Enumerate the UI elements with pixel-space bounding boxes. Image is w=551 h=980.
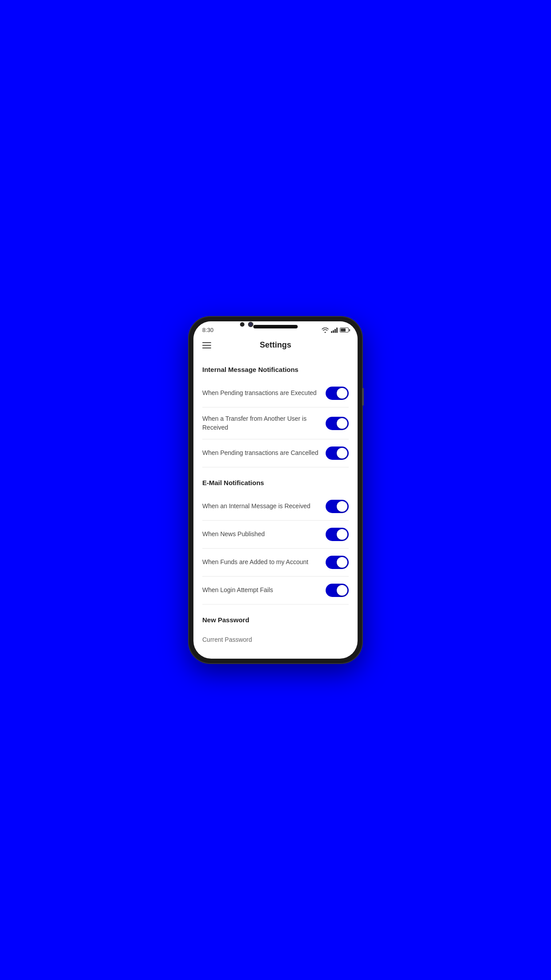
phone-screen: 8:30 [193, 321, 358, 659]
toggle-login-attempt[interactable] [326, 584, 349, 597]
item-label-funds-added: When Funds are Added to my Account [202, 558, 326, 567]
page-title: Settings [211, 340, 340, 350]
content-area: Internal Message Notifications When Pend… [193, 357, 358, 659]
list-item: When a Transfer from Another User is Rec… [202, 407, 349, 439]
list-item: When Login Attempt Fails [202, 577, 349, 605]
phone-frame: 8:30 [189, 317, 362, 663]
status-icons [322, 328, 349, 333]
toggle-funds-added[interactable] [326, 556, 349, 569]
item-label-pending-executed: When Pending transactions are Executed [202, 389, 326, 398]
list-item: When an Internal Message is Received [202, 493, 349, 521]
list-item: When Funds are Added to my Account [202, 549, 349, 577]
list-item: When Pending transactions are Cancelled [202, 439, 349, 467]
status-time: 8:30 [202, 327, 213, 333]
item-label-news-published: When News Published [202, 530, 326, 539]
toggle-transfer-received[interactable] [326, 417, 349, 430]
camera-left [240, 322, 244, 327]
toggle-pending-cancelled[interactable] [326, 447, 349, 460]
menu-button[interactable] [202, 342, 211, 348]
item-label-internal-message: When an Internal Message is Received [202, 502, 326, 511]
section-title-password: New Password [202, 616, 349, 624]
toggle-pending-executed[interactable] [326, 387, 349, 400]
camera-right [248, 322, 253, 327]
toggle-news-published[interactable] [326, 528, 349, 541]
signal-icon [331, 328, 338, 333]
battery-icon [340, 328, 349, 332]
section-title-internal: Internal Message Notifications [202, 366, 349, 373]
volume-button [362, 388, 364, 406]
list-item: When News Published [202, 521, 349, 549]
item-label-login-attempt: When Login Attempt Fails [202, 586, 326, 595]
phone-notch [253, 325, 298, 328]
wifi-icon [322, 328, 329, 333]
item-label-transfer-received: When a Transfer from Another User is Rec… [202, 415, 326, 432]
item-label-pending-cancelled: When Pending transactions are Cancelled [202, 449, 326, 458]
status-bar: 8:30 [193, 321, 358, 336]
app-header: Settings [193, 336, 358, 357]
section-title-email: E-Mail Notifications [202, 479, 349, 486]
current-password-label: Current Password [202, 630, 349, 647]
list-item: When Pending transactions are Executed [202, 379, 349, 407]
toggle-internal-message[interactable] [326, 500, 349, 513]
